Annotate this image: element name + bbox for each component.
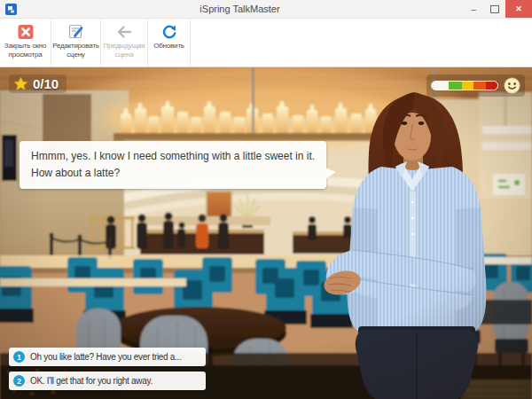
mood-meter-bar bbox=[431, 81, 498, 90]
answer-number-badge: 2 bbox=[13, 375, 25, 387]
app-window: iSpring TalkMaster – ✕ Закрыть окно прос… bbox=[0, 0, 532, 399]
answer-option-2[interactable]: 2 OK. I'll get that for you right away. bbox=[9, 372, 206, 390]
speech-bubble: Hmmm, yes. I know I need something with … bbox=[20, 141, 326, 189]
mood-meter-segment bbox=[473, 82, 485, 90]
minimize-window-icon[interactable]: – bbox=[463, 0, 484, 18]
previous-scene-label-2: сцена bbox=[115, 51, 134, 59]
toolbar-filler bbox=[191, 19, 532, 66]
edit-scene-label-2: сцену bbox=[66, 51, 84, 59]
toolbar: Закрыть окно просмотра Редактировать сце… bbox=[0, 19, 532, 67]
mood-meter-segment bbox=[462, 82, 473, 90]
close-preview-icon bbox=[16, 21, 35, 42]
answer-text: OK. I'll get that for you right away. bbox=[30, 376, 153, 386]
simulation-stage: 0/10 Hmmm, yes. I know I need something … bbox=[0, 67, 532, 399]
maximize-window-icon[interactable] bbox=[484, 0, 505, 18]
mood-meter-chip bbox=[426, 74, 525, 97]
close-preview-label-1: Закрыть окно bbox=[4, 42, 46, 51]
edit-scene-button[interactable]: Редактировать сцену bbox=[51, 19, 101, 66]
close-preview-button[interactable]: Закрыть окно просмотра bbox=[0, 19, 51, 66]
answer-options: 1 Oh you like latte? Have you ever tried… bbox=[9, 348, 206, 390]
mood-meter-segment bbox=[449, 82, 462, 90]
edit-scene-icon bbox=[66, 21, 86, 42]
star-icon bbox=[13, 76, 28, 91]
score-chip: 0/10 bbox=[9, 74, 66, 93]
answer-number-badge: 1 bbox=[13, 351, 25, 363]
titlebar: iSpring TalkMaster – ✕ bbox=[0, 0, 532, 19]
speech-bubble-line: How about a latte? bbox=[31, 165, 315, 182]
maximize-box bbox=[490, 5, 499, 13]
window-title: iSpring TalkMaster bbox=[17, 4, 463, 14]
answer-text: Oh you like latte? Have you ever tried a… bbox=[30, 352, 182, 362]
window-controls: – ✕ bbox=[463, 0, 532, 18]
refresh-icon bbox=[160, 21, 179, 42]
close-preview-label-2: просмотра bbox=[9, 51, 43, 59]
mood-meter-segment bbox=[486, 82, 497, 90]
mood-meter-segment bbox=[432, 82, 449, 90]
talkmaster-app-icon bbox=[5, 4, 17, 15]
refresh-button[interactable]: Обновить bbox=[148, 19, 191, 66]
edit-scene-label-1: Редактировать bbox=[52, 42, 99, 51]
close-window-icon[interactable]: ✕ bbox=[505, 0, 532, 18]
previous-scene-label-1: Предыдущая bbox=[104, 42, 145, 51]
arrow-left-icon bbox=[114, 21, 134, 42]
speech-bubble-line: Hmmm, yes. I know I need something with … bbox=[31, 148, 315, 165]
refresh-label-1: Обновить bbox=[153, 42, 184, 51]
smiley-icon bbox=[504, 77, 520, 94]
score-value: 0/10 bbox=[33, 76, 59, 91]
previous-scene-button[interactable]: Предыдущая сцена bbox=[101, 19, 148, 66]
answer-option-1[interactable]: 1 Oh you like latte? Have you ever tried… bbox=[9, 348, 206, 366]
